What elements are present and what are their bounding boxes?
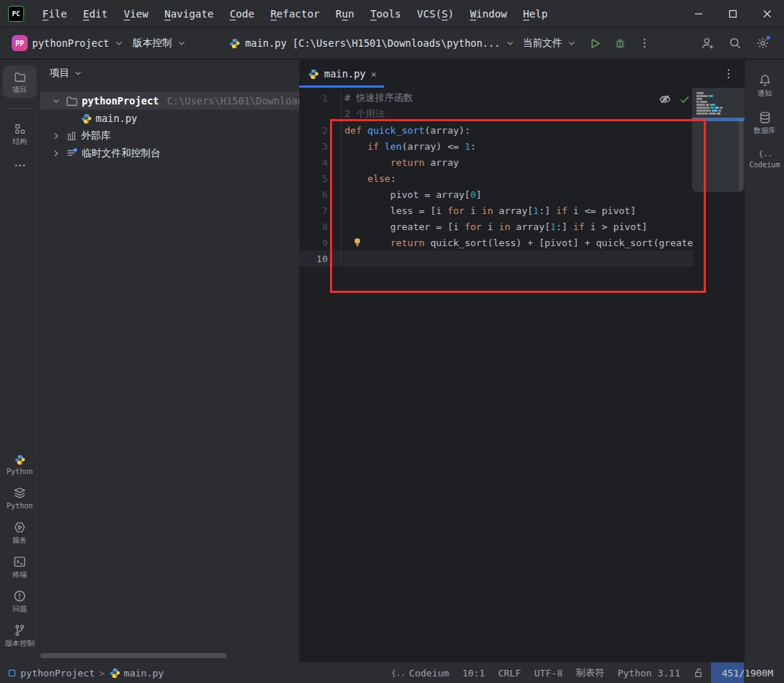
line-number[interactable]: 7 [299, 202, 342, 218]
menu-refactor[interactable]: Refactor [262, 0, 327, 27]
current-file-selector[interactable]: 当前文件 [518, 34, 581, 53]
code-line[interactable]: 9 return quick_sort(less) + [pivot] + qu… [299, 234, 693, 251]
code-minimap[interactable] [692, 88, 745, 192]
line-number[interactable]: 1 [299, 90, 342, 106]
breadcrumb-item[interactable]: main.py [109, 668, 164, 679]
code-line[interactable]: 10 [299, 251, 693, 267]
tab-close-icon[interactable]: × [371, 69, 377, 80]
no-problems-check-icon[interactable] [679, 94, 691, 105]
tree-row[interactable]: main.py [40, 110, 299, 127]
line-number[interactable]: 8 [299, 218, 342, 234]
line-number[interactable]: 6 [299, 186, 342, 202]
usages-inlay-hint[interactable]: 2 个用法 [299, 106, 693, 122]
sidebar-item-label: Python [7, 468, 33, 476]
line-number[interactable]: 3 [299, 138, 342, 154]
problems-icon [13, 589, 26, 603]
chevron-down-icon [566, 38, 577, 48]
status-codeium[interactable]: {..}Codeium [384, 663, 456, 683]
run-icon [589, 37, 602, 50]
menu-window[interactable]: Window [462, 0, 515, 27]
maximize-icon[interactable] [715, 0, 750, 27]
minimap-row [696, 101, 745, 103]
kebab-menu-icon [639, 37, 650, 49]
sidebar-item-services[interactable]: 服务 [3, 516, 36, 549]
chevron-right-icon[interactable] [50, 131, 62, 141]
menu-bar: FileEditViewNavigateCodeRefactorRunTools… [34, 0, 556, 27]
menu-edit[interactable]: Edit [75, 0, 116, 27]
run-button[interactable] [584, 32, 606, 54]
sidebar-item-label: 数据库 [754, 126, 776, 134]
vcs-widget[interactable]: 版本控制 [128, 34, 191, 53]
tab-list-button[interactable] [723, 60, 734, 88]
sidebar-item-project[interactable]: 项目 [3, 66, 36, 98]
menu-file[interactable]: File [34, 0, 75, 27]
line-number[interactable]: 2 [299, 122, 342, 138]
sidebar-item-notifications[interactable]: 通知 [748, 69, 782, 102]
sidebar-item-structure[interactable]: 结构 [3, 118, 36, 150]
line-number[interactable]: 5 [299, 170, 342, 186]
menu-tools[interactable]: Tools [362, 0, 409, 27]
minimap-chip [718, 110, 721, 112]
highlighting-level-eye-icon[interactable] [658, 93, 672, 106]
breadcrumb-item[interactable]: pythonProject [7, 668, 95, 679]
project-horizontal-scrollbar[interactable] [40, 653, 226, 658]
debug-button[interactable] [609, 32, 631, 54]
status-451-1900m[interactable]: 451/1900M [711, 663, 784, 683]
menu-code[interactable]: Code [222, 0, 263, 27]
sidebar-item-terminal[interactable]: 终端 [3, 550, 36, 583]
code-line[interactable]: 2def quick_sort(array): [299, 122, 693, 138]
sidebar-item-python-packages[interactable]: Python [3, 481, 36, 514]
code-line[interactable]: 5 else: [299, 170, 693, 186]
code-line[interactable]: 6 pivot = array[0] [299, 186, 693, 202]
status-python-3-11[interactable]: Python 3.11 [611, 663, 687, 683]
close-icon[interactable] [750, 0, 784, 27]
project-panel-header[interactable]: 项目 [40, 60, 299, 86]
sidebar-item-python-console[interactable]: Python [3, 449, 36, 480]
tab-main-py[interactable]: main.py × [299, 60, 384, 88]
settings-button[interactable] [752, 32, 774, 54]
chevron-down-icon[interactable] [50, 96, 62, 106]
status----[interactable]: 制表符 [569, 663, 611, 683]
menu-run[interactable]: Run [328, 0, 362, 27]
more-actions-button[interactable] [634, 32, 656, 54]
status-10-1[interactable]: 10:1 [456, 663, 491, 683]
sidebar-item-more-tools[interactable] [3, 154, 36, 176]
terminal-icon [13, 555, 26, 568]
sidebar-item-codeium[interactable]: {..}Codeium [748, 143, 782, 173]
run-configuration-widget[interactable]: main.py [C:\Users\H1501\Downloads\python… [229, 37, 516, 49]
inspections-widget[interactable] [658, 93, 691, 106]
minimize-icon[interactable] [681, 0, 715, 27]
project-widget[interactable]: PP pythonProject [7, 32, 128, 54]
status-unlock[interactable] [687, 663, 711, 683]
code-line[interactable]: 7 less = [i for i in array[1:] if i <= p… [299, 202, 693, 218]
code-line[interactable]: 1# 快速排序函数 [299, 90, 693, 106]
status-utf-8[interactable]: UTF-8 [528, 663, 569, 683]
menu-navigate[interactable]: Navigate [156, 0, 221, 27]
menu-vcss[interactable]: VCS(S) [409, 0, 462, 27]
menu-view[interactable]: View [115, 0, 156, 27]
sidebar-item-problems[interactable]: 问题 [3, 584, 36, 617]
sidebar-item-version-control[interactable]: 版本控制 [3, 619, 36, 652]
tree-row[interactable]: 外部库 [40, 127, 299, 145]
code-line[interactable]: 8 greater = [i for i in array[1:] if i >… [299, 218, 693, 234]
line-number[interactable]: 9 [299, 234, 342, 251]
code-line[interactable]: 4 return array [299, 154, 693, 170]
chevron-right-icon[interactable] [50, 148, 62, 159]
line-number[interactable]: 10 [299, 251, 342, 267]
python-icon [109, 668, 120, 679]
code-line[interactable]: 3 if len(array) <= 1: [299, 138, 693, 154]
sidebar-item-database[interactable]: 数据库 [748, 106, 782, 139]
menu-help[interactable]: Help [515, 0, 556, 27]
status-crlf[interactable]: CRLF [491, 663, 527, 683]
line-number[interactable]: 4 [299, 154, 342, 170]
user-plus-icon [701, 37, 715, 50]
editor-vertical-scrollbar[interactable] [739, 118, 743, 191]
minimap-chip [709, 95, 713, 97]
search-everywhere-button[interactable] [724, 32, 746, 54]
code-with-me-button[interactable] [696, 32, 718, 54]
tree-row[interactable]: 临时文件和控制台 [40, 145, 299, 162]
code-editor[interactable]: 1# 快速排序函数2 个用法2def quick_sort(array):3 i… [299, 88, 745, 662]
tree-row[interactable]: pythonProjectC:\Users\H1501\Downloads [40, 92, 299, 110]
lightbulb-icon[interactable] [352, 237, 364, 248]
braces-icon: {..} [391, 668, 405, 678]
